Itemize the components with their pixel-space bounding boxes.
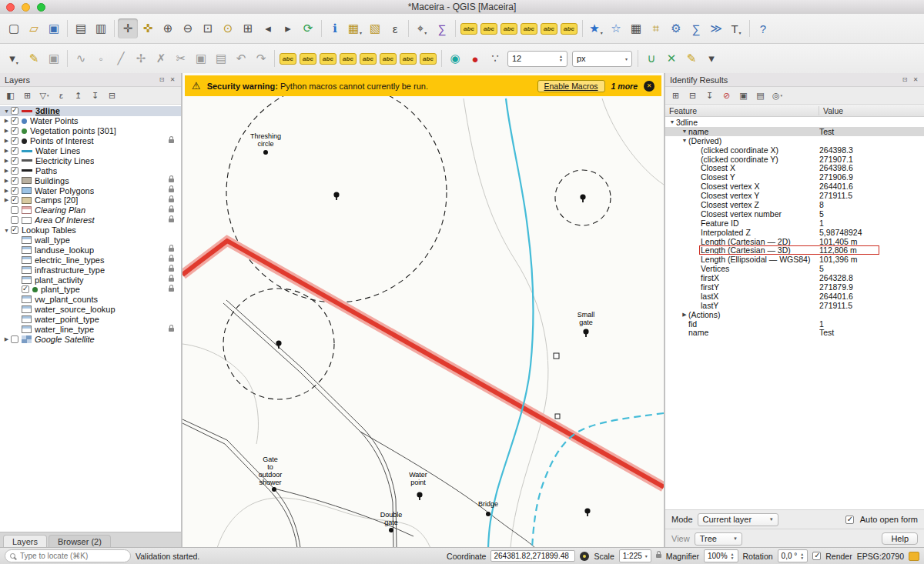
expand-new-results-icon[interactable]: ↧ (702, 89, 717, 102)
layer-item[interactable]: vw_plant_counts (0, 295, 181, 305)
layer-item[interactable]: Area Of Interest (0, 215, 181, 225)
identify-row[interactable]: Closest vertex Z8 (665, 200, 924, 209)
layer-checkbox[interactable] (11, 157, 18, 165)
identify-row[interactable]: Length (Ellipsoidal — WGS84)101,396 m (665, 255, 924, 264)
help-button[interactable]: Help (882, 532, 918, 545)
panel-close-icon[interactable]: ✕ (912, 76, 919, 83)
identify-row[interactable]: Feature ID1 (665, 219, 924, 228)
move-label-icon[interactable]: abc (338, 48, 358, 68)
identify-row[interactable]: Length (Cartesian — 2D)101,405 m (665, 237, 924, 246)
tracing-toggle-icon[interactable]: ✕ (661, 48, 681, 68)
layer-item[interactable]: infrastructure_type (0, 265, 181, 275)
enable-macros-button[interactable]: Enable Macros (537, 80, 605, 92)
layer-item[interactable]: Clearing Plan (0, 205, 181, 215)
identify-row[interactable]: ▼(Derived) (665, 136, 924, 145)
field-calculator-icon[interactable]: ⌗ (646, 18, 666, 38)
text-annotation-icon[interactable]: T▾ (726, 18, 746, 38)
font-size-combo[interactable]: 12▲▼ (507, 51, 567, 67)
layer-checkbox[interactable] (11, 107, 18, 115)
layer-checkbox[interactable] (11, 137, 18, 145)
expand-arrow-icon[interactable]: ▶ (2, 197, 11, 203)
layout-manager-icon[interactable]: ▥ (91, 18, 111, 38)
font-unit-combo[interactable]: px▾ (572, 51, 632, 67)
rotate-label-tool-icon[interactable]: abc (358, 48, 378, 68)
locate-search[interactable] (5, 549, 131, 562)
processing-toolbox-icon[interactable]: ⚙ (666, 18, 686, 38)
identify-row[interactable]: Closest vertex number5 (665, 209, 924, 219)
identify-row[interactable]: fid1 (665, 319, 924, 329)
layer-checkbox[interactable] (11, 206, 18, 214)
show-bookmarks-icon[interactable]: ☆ (606, 18, 626, 38)
expand-all-icon[interactable]: ↥ (71, 89, 85, 102)
pan-to-selection-icon[interactable]: ✜ (138, 18, 158, 38)
expand-arrow-icon[interactable]: ▶ (2, 178, 11, 184)
help-contents-icon[interactable]: ? (753, 18, 773, 38)
layer-checkbox[interactable] (11, 167, 18, 175)
layer-item[interactable]: water_source_lookup (0, 305, 181, 315)
show-hide-labels-icon[interactable]: abc (318, 48, 338, 68)
zoom-to-selection-icon[interactable]: ⊙ (218, 18, 238, 38)
identify-row[interactable]: nameTest (665, 328, 924, 337)
identify-row[interactable]: Vertices5 (665, 264, 924, 273)
filter-legend-icon[interactable]: ▽▾ (37, 89, 52, 102)
mode-select[interactable]: Current layer (698, 513, 778, 526)
select-by-expression-icon[interactable]: ε (385, 18, 405, 38)
remove-layer-icon[interactable]: ⊟ (105, 89, 119, 102)
redo-icon[interactable]: ↷ (251, 48, 271, 68)
collapse-all-icon[interactable]: ↧ (88, 89, 102, 102)
identify-features-icon[interactable]: ℹ (325, 18, 345, 38)
layer-item[interactable]: ▶Electricity Lines (0, 155, 181, 165)
preview-mode-icon[interactable]: ◉ (445, 48, 465, 68)
expand-arrow-icon[interactable]: ▶ (2, 118, 11, 124)
layer-item[interactable]: water_point_type (0, 315, 181, 325)
expand-arrow-icon[interactable]: ▼ (681, 128, 688, 134)
copy-features-icon[interactable]: ▣ (191, 48, 211, 68)
lock-scale-icon[interactable] (656, 554, 661, 558)
rotation-spinner[interactable]: 0,0 °▲▼ (778, 549, 808, 562)
add-line-feature-icon[interactable]: ╱ (111, 48, 131, 68)
layer-checkbox[interactable] (22, 285, 29, 293)
identify-row[interactable]: Closest vertex X264401.6 (665, 182, 924, 191)
open-layer-styling-icon[interactable]: ◧ (3, 89, 18, 102)
layer-checkbox[interactable] (11, 335, 18, 343)
extent-toggle-icon[interactable] (580, 552, 589, 561)
value-column-header[interactable]: Value (819, 106, 924, 115)
digitize-with-segment-icon[interactable]: ∿ (71, 48, 91, 68)
locate-input[interactable] (18, 551, 126, 561)
vertex-marker-style-icon[interactable]: ∵ (485, 48, 505, 68)
layer-checkbox[interactable] (11, 117, 18, 125)
expand-arrow-icon[interactable]: ▶ (2, 158, 11, 164)
refresh-map-icon[interactable]: ⟳ (298, 18, 318, 38)
attributes-table-icon[interactable]: ▦ (626, 18, 646, 38)
tab-browser[interactable]: Browser (2) (49, 535, 111, 548)
layer-labeling-icon[interactable]: abc (459, 18, 479, 38)
save-project-icon[interactable]: ▣ (44, 18, 64, 38)
epsg-label[interactable]: EPSG:20790 (857, 552, 904, 561)
filter-legend-expression-icon[interactable]: ε (54, 89, 69, 102)
layer-item[interactable]: ▶Points of Interest (0, 136, 181, 146)
highlight-labels-icon[interactable]: abc (499, 18, 519, 38)
expand-arrow-icon[interactable]: ▼ (668, 119, 676, 125)
zoom-out-icon[interactable]: ⊖ (178, 18, 198, 38)
coordinate-input[interactable] (490, 550, 575, 562)
layer-item[interactable]: ▶Water Polygons (0, 185, 181, 195)
identify-row[interactable]: lastY271911.5 (665, 301, 924, 310)
identify-row[interactable]: Closest vertex Y271911.5 (665, 191, 924, 200)
layer-item[interactable]: plant_type (0, 285, 181, 295)
toggle-editing-icon[interactable]: ✎ (24, 48, 44, 68)
panel-float-icon[interactable]: ⊡ (901, 76, 909, 83)
layer-item[interactable]: ▶Water Lines (0, 146, 181, 156)
rotate-label-icon[interactable]: abc (539, 18, 559, 38)
identify-row[interactable]: Interpolated Z5,98748924 (665, 228, 924, 237)
paste-features-icon[interactable]: ▤ (211, 48, 231, 68)
zoom-in-icon[interactable]: ⊕ (158, 18, 178, 38)
panel-float-icon[interactable]: ⊡ (158, 76, 166, 83)
new-spatial-bookmark-icon[interactable]: ★▾ (586, 18, 606, 38)
select-features-icon[interactable]: ▦▾ (345, 18, 365, 38)
identify-row[interactable]: lastX264401.6 (665, 292, 924, 301)
pin-labels-icon[interactable]: abc (479, 18, 499, 38)
layer-item[interactable]: ▶Paths (0, 165, 181, 175)
expand-arrow-icon[interactable]: ▶ (2, 188, 11, 194)
layer-item[interactable]: ▼3dline (0, 106, 181, 116)
expand-arrow-icon[interactable]: ▼ (681, 138, 688, 143)
